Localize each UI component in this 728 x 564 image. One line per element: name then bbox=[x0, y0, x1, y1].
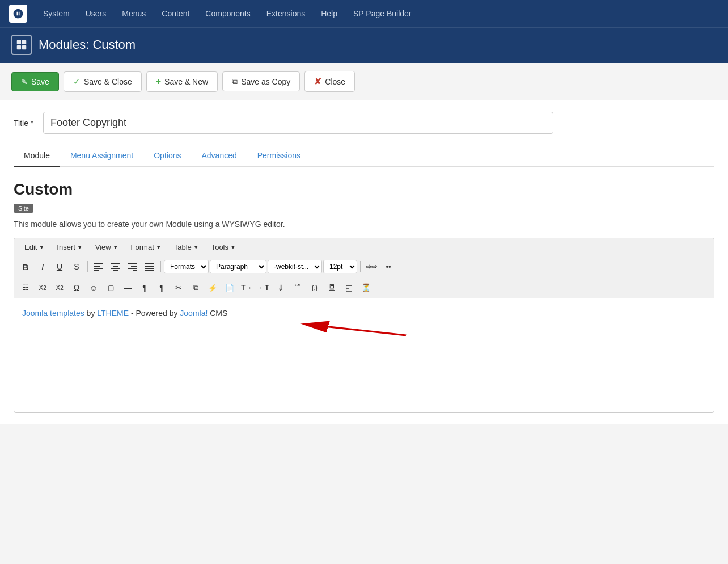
tab-permissions[interactable]: Permissions bbox=[247, 145, 311, 167]
ltr-button[interactable]: T→ bbox=[239, 280, 255, 296]
save-button[interactable]: ✎ Save bbox=[11, 72, 59, 91]
plus-icon: + bbox=[156, 77, 161, 87]
editor-content: Joomla templates by LTHEME - Powered by … bbox=[22, 308, 706, 319]
module-title: Custom bbox=[14, 180, 714, 199]
joomla-logo bbox=[9, 5, 27, 23]
close-button[interactable]: ✘ Close bbox=[304, 71, 355, 92]
module-icon bbox=[11, 35, 32, 55]
paragraph-btn[interactable]: ¶ bbox=[137, 280, 153, 296]
separator-3 bbox=[360, 261, 361, 272]
save-editor-button[interactable]: ⇓ bbox=[273, 280, 289, 296]
svg-rect-3 bbox=[22, 45, 26, 49]
code-button[interactable]: {;} bbox=[307, 280, 323, 296]
paste-button[interactable]: ⚡ bbox=[205, 280, 221, 296]
nav-item-users[interactable]: Users bbox=[79, 0, 113, 27]
view-menu-arrow: ▼ bbox=[113, 244, 118, 250]
title-input[interactable] bbox=[43, 112, 553, 134]
subscript-button[interactable]: X2 bbox=[35, 280, 50, 296]
nav-item-components[interactable]: Components bbox=[198, 0, 257, 27]
edit-menu-arrow: ▼ bbox=[39, 244, 44, 250]
separator-2 bbox=[160, 261, 161, 272]
find-replace-button[interactable]: ⇨⇨ bbox=[363, 259, 379, 275]
hr-button[interactable]: — bbox=[120, 280, 136, 296]
tab-module[interactable]: Module bbox=[14, 145, 60, 167]
nav-item-sp-page-builder[interactable]: SP Page Builder bbox=[346, 0, 418, 27]
wysiwyg-editor: Edit ▼ Insert ▼ View ▼ Format ▼ Table ▼ … bbox=[14, 238, 714, 413]
top-navigation: System Users Menus Content Components Ex… bbox=[0, 0, 728, 27]
ltheme-link[interactable]: LTHEME bbox=[97, 309, 129, 318]
save-close-button[interactable]: ✓ Save & Close bbox=[64, 71, 142, 92]
joomla-templates-link[interactable]: Joomla templates bbox=[22, 309, 84, 318]
svg-line-21 bbox=[303, 324, 406, 335]
page-header: Modules: Custom bbox=[0, 27, 728, 63]
editor-text-by: by bbox=[84, 309, 98, 318]
preview-button[interactable]: ◰ bbox=[341, 280, 357, 296]
editor-menu-insert[interactable]: Insert ▼ bbox=[51, 241, 88, 254]
table-insert-button[interactable]: ☷ bbox=[18, 280, 33, 296]
table-menu-arrow: ▼ bbox=[193, 244, 199, 250]
blockquote-btn[interactable]: ¶ bbox=[154, 280, 170, 296]
check-icon: ✓ bbox=[73, 77, 81, 87]
joomla-link[interactable]: Joomla! bbox=[180, 309, 208, 318]
format-menu-arrow: ▼ bbox=[156, 244, 162, 250]
save-new-button[interactable]: + Save & New bbox=[146, 71, 218, 92]
save-copy-button[interactable]: ⧉ Save as Copy bbox=[222, 71, 300, 91]
list-button[interactable]: •• bbox=[380, 259, 396, 275]
save-icon: ✎ bbox=[21, 77, 28, 86]
editor-body[interactable]: Joomla templates by LTHEME - Powered by … bbox=[14, 298, 714, 412]
copy-icon: ⧉ bbox=[232, 77, 238, 86]
module-description: This module allows you to create your ow… bbox=[14, 220, 714, 229]
svg-rect-2 bbox=[17, 45, 21, 49]
clock-button[interactable]: ⏳ bbox=[358, 280, 374, 296]
size-select[interactable]: 12pt bbox=[323, 260, 357, 273]
tab-menu-assignment[interactable]: Menu Assignment bbox=[60, 145, 143, 167]
editor-text-cms: CMS bbox=[208, 309, 227, 318]
bold-button[interactable]: B bbox=[18, 259, 33, 275]
tools-menu-arrow: ▼ bbox=[230, 244, 236, 250]
editor-menu-format[interactable]: Format ▼ bbox=[125, 241, 167, 254]
align-right-button[interactable] bbox=[125, 259, 141, 275]
nav-item-extensions[interactable]: Extensions bbox=[260, 0, 312, 27]
align-center-button[interactable] bbox=[108, 259, 124, 275]
editor-toolbar-1: B I U S Formats Paragraph bbox=[14, 256, 714, 277]
print-button[interactable]: 🖶 bbox=[324, 280, 340, 296]
nav-item-help[interactable]: Help bbox=[314, 0, 344, 27]
rtl-button[interactable]: ←T bbox=[256, 280, 272, 296]
svg-rect-1 bbox=[22, 40, 26, 44]
strikethrough-button[interactable]: S bbox=[69, 259, 84, 275]
blockquote2-button[interactable]: “” bbox=[290, 280, 306, 296]
separator-1 bbox=[87, 261, 88, 272]
font-select[interactable]: -webkit-st... bbox=[268, 260, 322, 273]
underline-button[interactable]: U bbox=[52, 259, 67, 275]
emoticon-button[interactable]: ☺ bbox=[86, 280, 101, 296]
cut-button[interactable]: ✂ bbox=[171, 280, 187, 296]
superscript-button[interactable]: X2 bbox=[52, 280, 67, 296]
svg-rect-0 bbox=[17, 40, 21, 44]
paragraph-select[interactable]: Paragraph bbox=[210, 260, 266, 273]
insert-menu-arrow: ▼ bbox=[77, 244, 83, 250]
page-title: Modules: Custom bbox=[39, 37, 136, 52]
formats-select[interactable]: Formats bbox=[164, 260, 209, 273]
editor-menu-tools[interactable]: Tools ▼ bbox=[206, 241, 242, 254]
nav-item-menus[interactable]: Menus bbox=[115, 0, 153, 27]
site-badge: Site bbox=[14, 204, 33, 213]
editor-toolbar-2: ☷ X2 X2 Ω ☺ ▢ — ¶ ¶ ✂ ⧉ ⚡ 📄 T→ ←T ⇓ “” {… bbox=[14, 277, 714, 298]
title-label: Title * bbox=[14, 119, 36, 128]
special-chars-button[interactable]: Ω bbox=[69, 280, 84, 296]
tab-options[interactable]: Options bbox=[143, 145, 191, 167]
nav-item-content[interactable]: Content bbox=[155, 0, 196, 27]
nav-item-system[interactable]: System bbox=[36, 0, 77, 27]
close-icon: ✘ bbox=[314, 76, 321, 87]
editor-menu-table[interactable]: Table ▼ bbox=[168, 241, 205, 254]
paste-text-button[interactable]: 📄 bbox=[222, 280, 238, 296]
copy-button[interactable]: ⧉ bbox=[188, 280, 204, 296]
editor-menubar: Edit ▼ Insert ▼ View ▼ Format ▼ Table ▼ … bbox=[14, 238, 714, 256]
media-button[interactable]: ▢ bbox=[103, 280, 118, 296]
italic-button[interactable]: I bbox=[35, 259, 50, 275]
editor-menu-edit[interactable]: Edit ▼ bbox=[19, 241, 50, 254]
justify-button[interactable] bbox=[142, 259, 158, 275]
editor-text-powered: - Powered by bbox=[129, 309, 180, 318]
tab-advanced[interactable]: Advanced bbox=[191, 145, 247, 167]
align-left-button[interactable] bbox=[91, 259, 107, 275]
editor-menu-view[interactable]: View ▼ bbox=[90, 241, 124, 254]
